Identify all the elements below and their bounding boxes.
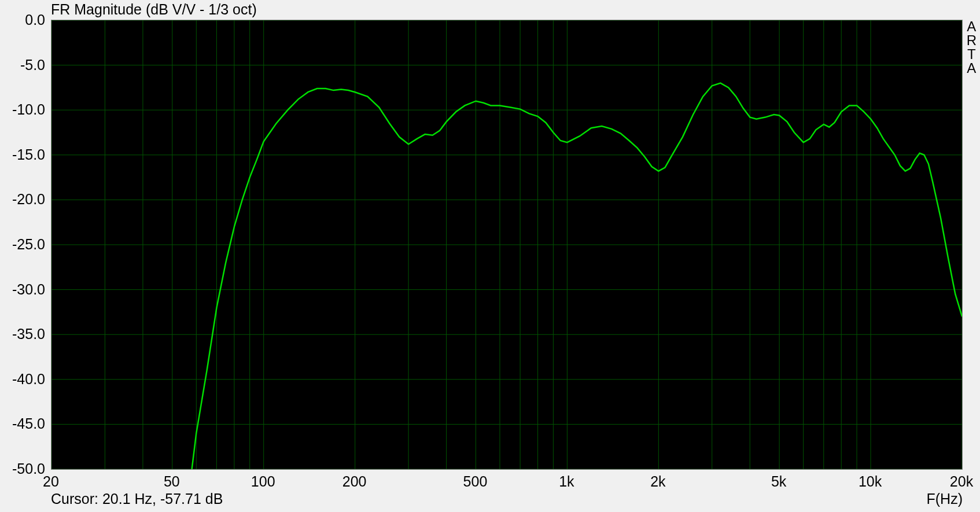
- y-tick: -25.0: [5, 236, 45, 253]
- response-curve: [52, 83, 962, 469]
- y-tick: -10.0: [5, 101, 45, 118]
- y-tick: -5.0: [5, 56, 45, 73]
- arta-watermark: A R T A: [967, 20, 977, 75]
- cursor-readout: Cursor: 20.1 Hz, -57.71 dB: [51, 491, 223, 507]
- chart-title: FR Magnitude (dB V/V - 1/3 oct): [51, 1, 257, 18]
- x-tick: 20k: [950, 473, 973, 490]
- x-tick: 200: [342, 473, 367, 490]
- y-tick: 0.0: [5, 12, 45, 28]
- x-tick: 10k: [859, 473, 882, 490]
- y-tick: -50.0: [5, 461, 45, 477]
- plot-svg: [51, 20, 962, 469]
- x-tick: 2k: [650, 473, 665, 490]
- y-tick: -45.0: [5, 415, 45, 432]
- x-tick: 5k: [771, 473, 786, 490]
- plot-area: [51, 20, 963, 470]
- y-tick: -35.0: [5, 326, 45, 342]
- y-tick: -15.0: [5, 146, 45, 163]
- y-tick: -20.0: [5, 191, 45, 208]
- x-tick: 50: [164, 473, 180, 490]
- x-tick: 1k: [559, 473, 574, 490]
- x-tick: 500: [463, 473, 488, 490]
- grid: [51, 20, 962, 469]
- frequency-response-chart: FR Magnitude (dB V/V - 1/3 oct) A R T A …: [0, 0, 980, 512]
- x-tick: 100: [251, 473, 275, 490]
- x-tick: 20: [43, 473, 59, 490]
- x-axis-label: F(Hz): [927, 491, 963, 507]
- y-tick: -40.0: [5, 370, 45, 387]
- y-tick: -30.0: [5, 281, 45, 297]
